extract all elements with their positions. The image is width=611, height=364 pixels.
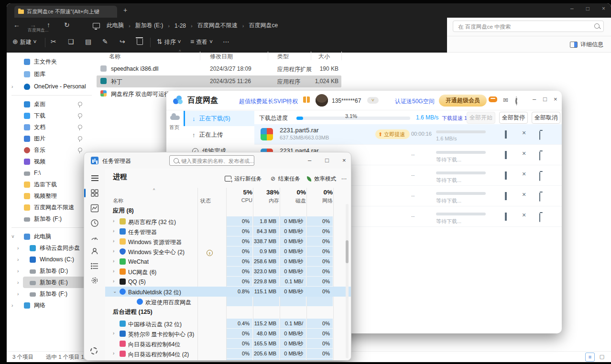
process-row[interactable]: › 向日葵远程控制64位 (2) ‖ 0% 205.6 MB 0 MB/秒 0% — [105, 349, 351, 359]
cancel-icon[interactable]: × — [522, 150, 526, 157]
breadcrumb-this-pc[interactable]: 此电脑 — [107, 21, 124, 30]
open-folder-icon[interactable] — [539, 152, 540, 161]
process-row[interactable]: › Windows 资源管理器 ‖ 0% 338.7 MB 0 MB/秒 0% — [105, 236, 351, 246]
verify-link[interactable]: 认证送50G空间 — [395, 97, 435, 106]
close-button[interactable]: × — [342, 157, 346, 164]
start-all-button[interactable]: 全部开始 — [467, 112, 495, 124]
breadcrumb-baidu-folder[interactable]: 百度网盘不限速 — [197, 21, 238, 30]
avatar[interactable] — [316, 94, 328, 107]
username[interactable]: 135******67 — [332, 97, 361, 104]
column-size[interactable]: 大小 — [318, 53, 330, 61]
sidebar-item[interactable]: 音乐 — [17, 144, 90, 156]
sidebar-this-pc[interactable]: ˅ 此电脑 — [17, 231, 90, 242]
startup-apps-tab-icon[interactable] — [90, 234, 99, 242]
cut-icon[interactable]: ✂ — [51, 38, 56, 45]
process-row[interactable]: › 易语言程序 (32 位) ‖ 0% 1.8 MB 0 MB/秒 0% — [105, 216, 351, 226]
settings-gear-icon[interactable] — [515, 97, 517, 105]
sidebar-item[interactable]: 文档 — [17, 121, 90, 133]
run-new-task-button[interactable]: 运行新任务 — [225, 173, 262, 184]
column-name[interactable]: 名称 — [109, 53, 120, 61]
minimize-button[interactable]: – — [533, 96, 536, 103]
processes-tab-icon[interactable] — [90, 189, 99, 197]
tab-uploading[interactable]: ↑ 正在上传 — [184, 127, 254, 142]
breadcrumb-drive-e[interactable]: 新加卷 (E:) — [135, 21, 164, 30]
maximize-button[interactable]: □ — [586, 5, 589, 12]
search-box[interactable]: 在 百度网盘ce 中搜索 — [453, 21, 604, 32]
group-apps[interactable]: 应用 (8) — [113, 207, 134, 215]
cancel-icon[interactable]: × — [522, 170, 526, 178]
details-view-toggle[interactable]: ≡ — [585, 353, 595, 362]
rename-icon[interactable]: ✎ — [102, 38, 108, 45]
details-pane-toggle[interactable]: 详细信息 — [570, 41, 603, 49]
performance-tab-icon[interactable] — [90, 204, 99, 213]
copy-icon[interactable]: ❏ — [68, 38, 74, 45]
process-row[interactable]: › Windows 安全中心 (2) ‖ 0% 0.9 MB 0 MB/秒 0% — [105, 246, 351, 257]
column-date[interactable]: 修改日期 — [210, 53, 233, 61]
new-tab-button[interactable]: + — [123, 6, 127, 14]
process-row[interactable]: › QQ (5) ‖ 0% 229.8 MB 0.1 MB/秒 0% — [105, 277, 351, 287]
sidebar-item[interactable]: › OneDrive - Personal — [17, 81, 90, 92]
maximize-button[interactable]: □ — [543, 96, 547, 103]
minimize-button[interactable]: – — [308, 157, 311, 164]
services-tab-icon[interactable] — [90, 276, 99, 285]
maximize-button[interactable]: □ — [325, 157, 329, 164]
cpu-total[interactable]: 5% — [227, 189, 252, 196]
end-task-button[interactable]: ⊘结束任务 — [271, 173, 300, 184]
sidebar-item[interactable]: 桌面 — [17, 98, 90, 110]
pause-icon[interactable] — [505, 192, 507, 201]
column-status[interactable]: 状态 — [200, 197, 211, 204]
new-button[interactable]: ⊕ 新建 ˅ — [12, 38, 37, 46]
pause-all-button[interactable]: 全部暂停 — [499, 112, 528, 124]
explorer-tab[interactable]: 百度网盘ce 不限速"(Alt+向上键 — [14, 6, 117, 18]
memory-total[interactable]: 38% — [253, 189, 279, 196]
column-name[interactable]: 名称 — [113, 197, 123, 204]
process-row[interactable]: › 任务管理器 ‖ 0% 84.3 MB 0 MB/秒 0% — [105, 226, 351, 236]
group-background[interactable]: 后台进程 (125) — [113, 308, 153, 316]
close-button[interactable]: × — [554, 96, 557, 103]
sidebar-item[interactable]: 图库 — [17, 68, 90, 80]
close-button[interactable]: × — [602, 5, 605, 12]
file-row-selected[interactable]: 补丁 2024/3/25 11:26 应用程序 1,024 KB — [97, 75, 341, 87]
gift-icon[interactable] — [303, 96, 310, 103]
sidebar-item[interactable]: 视频整理 — [17, 190, 90, 202]
scrollbar[interactable] — [346, 204, 349, 358]
efficiency-mode-button[interactable]: 效率模式 — [307, 173, 336, 184]
sidebar-item[interactable]: 迅雷下载 — [17, 179, 90, 190]
sidebar-item[interactable]: 图片 — [17, 133, 90, 144]
thumbnail-view-toggle[interactable]: ▢ — [598, 353, 606, 361]
tab-downloading[interactable]: ↓ 正在下载(5) — [184, 111, 254, 126]
file-row[interactable]: speedhack i386.dll 2024/3/27 18:09 应用程序扩… — [97, 63, 341, 75]
process-row[interactable]: 中国移动云盘 (32 位) ‖ 0.4% 115.2 MB 0.1 MB/秒 0… — [105, 319, 351, 329]
home-label[interactable]: 首页 — [169, 124, 179, 131]
scrollbar-thumb[interactable] — [346, 240, 349, 263]
download-row[interactable]: 2231.part5.rar 637.53MB/663.03MB ⬆ 立即提速 … — [254, 124, 562, 145]
breadcrumb-1-28[interactable]: 1-28 — [175, 22, 186, 29]
sidebar-item[interactable]: 新加卷 (F:) — [17, 213, 90, 225]
delete-icon[interactable] — [137, 39, 143, 46]
up-button[interactable]: ↑ — [47, 21, 50, 29]
sort-button[interactable]: ⇅ 排序 ˅ — [157, 38, 181, 46]
more-button[interactable]: ⋯ — [223, 38, 229, 45]
pause-icon[interactable] — [505, 151, 507, 160]
disk-total[interactable]: 0% — [280, 189, 306, 196]
process-row[interactable]: › UC网盘 (6) ‖ 0% 323.0 MB 0 MB/秒 0% — [105, 267, 351, 277]
pause-icon[interactable] — [505, 171, 507, 180]
sidebar-item[interactable]: F:\ — [17, 167, 90, 179]
app-history-tab-icon[interactable] — [90, 219, 99, 227]
settings-gear-icon[interactable] — [90, 347, 98, 354]
home-cloud-icon[interactable] — [170, 116, 180, 120]
open-folder-icon[interactable] — [539, 214, 540, 222]
process-row[interactable]: › 英特尔® 显卡控制中心 (3) ‖ 0% 48.0 MB 0 MB/秒 0% — [105, 329, 351, 339]
refresh-button[interactable]: ↻ — [64, 21, 70, 29]
process-row[interactable]: › 搜索 (3) ‖ 0% 31.4 MB 0 MB/秒 0% — [105, 359, 351, 361]
pause-icon[interactable] — [505, 130, 507, 139]
users-tab-icon[interactable] — [90, 247, 99, 256]
sidebar-item[interactable]: 视频 — [17, 156, 90, 167]
process-row[interactable]: › WeChat ‖ 0% 258.6 MB 0 MB/秒 0% — [105, 257, 351, 267]
view-button[interactable]: ≡ 查看 ˅ — [190, 38, 213, 46]
sidebar-item[interactable]: 主文件夹 — [17, 56, 90, 67]
process-row[interactable]: 欢迎使用百度网盘 ‖ — [105, 297, 351, 307]
back-button[interactable]: ← — [13, 21, 20, 29]
cancel-icon[interactable]: × — [522, 191, 526, 198]
open-folder-icon[interactable] — [539, 131, 540, 140]
